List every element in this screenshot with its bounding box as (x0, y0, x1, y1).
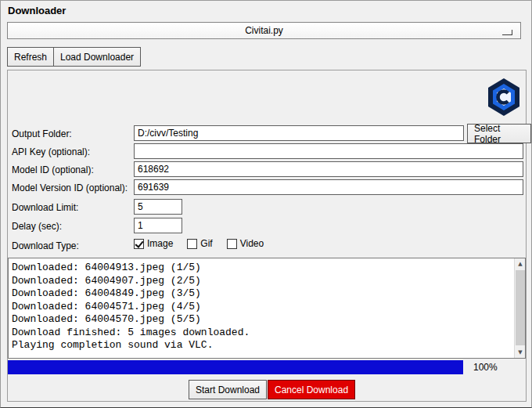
progress-fill (8, 360, 463, 374)
progress-bar (8, 360, 463, 374)
civitai-logo-icon (486, 78, 522, 117)
gif-checkbox-group[interactable]: Gif (187, 238, 212, 249)
model-id-label: Model ID (optional): (12, 164, 94, 175)
gif-checkbox[interactable] (187, 239, 197, 249)
download-limit-label: Download Limit: (12, 202, 78, 213)
output-folder-input[interactable] (134, 125, 464, 141)
image-checkbox-group[interactable]: Image (134, 238, 173, 249)
image-checkbox-label: Image (147, 238, 173, 249)
log-line: Downloaded: 64004570.jpeg (5/5) (12, 313, 511, 327)
delay-input[interactable] (134, 218, 182, 233)
video-checkbox-group[interactable]: Video (227, 238, 264, 249)
log-line: Downloaded: 64004907.jpeg (2/5) (12, 275, 511, 288)
log-line: Playing completion sound via VLC. (12, 339, 511, 352)
load-downloader-button-label: Load Downloader (60, 52, 134, 63)
log-line: Download finished: 5 images downloaded. (12, 327, 511, 340)
output-folder-label: Output Folder: (12, 128, 72, 139)
api-key-input[interactable] (134, 143, 523, 159)
scroll-up-icon[interactable]: ▲ (515, 258, 526, 269)
log-line: Downloaded: 64004571.jpeg (4/5) (12, 301, 511, 314)
downloader-window: Downloader Civitai.py Refresh Load Downl… (0, 0, 532, 408)
load-downloader-button[interactable]: Load Downloader (53, 47, 141, 67)
model-version-id-input[interactable] (134, 179, 523, 195)
download-type-label: Download Type: (12, 240, 79, 251)
delay-label: Delay (sec): (12, 221, 62, 232)
select-folder-button-label: Select Folder (474, 123, 524, 145)
video-checkbox-label: Video (240, 238, 264, 249)
select-folder-button[interactable]: Select Folder (467, 124, 531, 143)
start-download-button-label: Start Download (196, 385, 260, 395)
downloader-script-select[interactable]: Civitai.py (7, 22, 521, 39)
image-checkbox[interactable] (134, 239, 144, 249)
model-id-input[interactable] (134, 161, 523, 177)
start-download-button[interactable]: Start Download (189, 380, 267, 399)
download-limit-input[interactable] (134, 199, 182, 215)
refresh-button-label: Refresh (14, 52, 47, 63)
cancel-download-button[interactable]: Cancel Download (268, 380, 355, 399)
scrollbar-thumb[interactable] (516, 270, 525, 345)
gif-checkbox-label: Gif (200, 238, 212, 249)
progress-percent: 100% (473, 362, 498, 373)
api-key-label: API Key (optional): (12, 146, 90, 157)
log-line: Downloaded: 64004913.jpeg (1/5) (12, 262, 511, 275)
scroll-down-icon[interactable]: ▼ (515, 347, 526, 358)
log-line: Downloaded: 64004849.jpeg (3/5) (12, 287, 511, 301)
refresh-button[interactable]: Refresh (7, 47, 54, 67)
log-output[interactable]: Downloaded: 64004913.jpeg (1/5) Download… (8, 258, 526, 359)
dropdown-indicator-icon (502, 30, 512, 35)
log-lines: Downloaded: 64004913.jpeg (1/5) Download… (12, 262, 511, 352)
video-checkbox[interactable] (227, 239, 237, 249)
cancel-download-button-label: Cancel Download (275, 385, 348, 395)
model-version-id-label: Model Version ID (optional): (12, 182, 128, 193)
window-title: Downloader (8, 5, 66, 16)
selected-script-label: Civitai.py (245, 25, 283, 36)
log-scrollbar[interactable]: ▲ ▼ (514, 258, 525, 358)
